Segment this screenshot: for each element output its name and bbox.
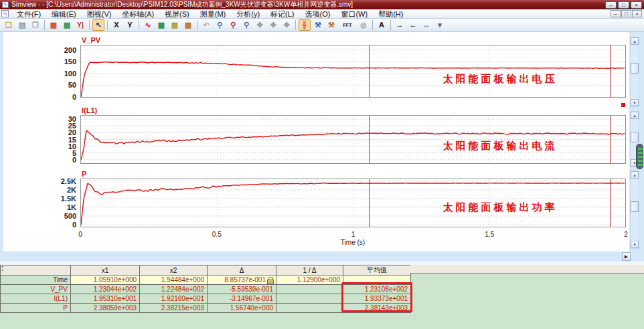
row-label[interactable]: Time [1,276,71,285]
menu-item-8[interactable]: 选项(O) [300,9,336,18]
table-row-vpv[interactable]: V_PV 1.23044e+002 1.22484e+002 -5.59539e… [1,285,411,294]
merge-screen-icon[interactable]: ▦ [182,19,194,31]
zoom-in-icon[interactable]: ⚲ [227,19,239,31]
header-x2[interactable]: x2 [140,265,208,276]
header-inverse-delta[interactable]: 1 / Δ [276,265,343,276]
row-label[interactable]: P [1,304,71,313]
menu-item-0[interactable]: 文件(F) [11,9,46,18]
row-label[interactable]: I(L1) [1,294,71,304]
p-x1[interactable]: 2.38059e+003 [71,304,140,313]
menu-item-6[interactable]: 分析(y) [231,9,265,18]
table-row-il1[interactable]: I(L1) 1.95310e+001 1.92160e+001 -3.14967… [1,294,411,304]
vpv-average[interactable]: 1.23108e+002 [343,285,411,294]
y-tick-label: 200 [39,46,76,54]
scroll-thumb[interactable] [631,63,639,74]
cursor-marker-icon[interactable]: ╫ [299,19,311,31]
pan-y-icon[interactable]: ✥ [280,19,293,31]
legend-vpv[interactable]: V_PV [82,36,100,44]
screen-image-icon[interactable]: ▩ [61,19,73,31]
range-marker-icon[interactable]: ↔ [420,19,432,31]
pan-icon[interactable]: ✥ [254,19,266,31]
il1-x2[interactable]: 1.92160e+001 [140,294,208,304]
child-close-button[interactable]: × [632,10,642,17]
vpv-inverse-delta[interactable] [276,285,343,294]
row-label[interactable]: V_PV [1,285,71,294]
child-minimize-button[interactable]: – [611,10,621,17]
time-x2[interactable]: 1.94484e+000 [140,276,208,285]
time-delta[interactable]: 8.85737e-001 [208,276,276,285]
il1-average[interactable]: 1.93373e+001 [343,294,411,304]
menu-item-3[interactable]: 坐标轴(A) [116,9,159,18]
open-file-icon[interactable]: ❏ [3,19,15,31]
smith-chart-icon[interactable]: ◍ [357,19,370,31]
maximize-button[interactable]: □ [618,1,629,9]
menu-item-1[interactable]: 编辑(E) [46,9,82,18]
horizontal-scrollbar[interactable]: ▶ [0,251,644,261]
next-marker-icon[interactable]: → [394,19,406,31]
close-button[interactable]: × [631,1,642,9]
p-x2[interactable]: 2.38215e+003 [140,304,208,313]
legend-p[interactable]: P [82,170,86,178]
header-delta[interactable]: Δ [208,265,276,276]
stamp-icon[interactable]: ▦ [48,19,60,31]
minimize-button[interactable]: – [605,1,617,9]
copy-page-icon[interactable]: ❐ [29,19,42,31]
p-inverse-delta[interactable] [276,304,343,313]
split-screen-icon[interactable]: ▦ [169,19,181,31]
plot3-vscrollbar[interactable]: ▲ ▼ [630,171,639,249]
p-average[interactable]: 2.38143e+003 [343,304,411,313]
il1-delta[interactable]: -3.14967e-001 [208,294,276,304]
header-average[interactable]: 平均值 [343,265,411,276]
menu-item-4[interactable]: 视屏(S) [159,9,195,18]
prev-marker-icon[interactable]: ← [407,19,419,31]
plot-vpv[interactable] [80,45,626,98]
vpv-x1[interactable]: 1.23044e+002 [71,285,140,294]
legend-il1[interactable]: I(L1) [82,106,97,114]
scroll-right-icon[interactable]: ▶ [622,252,631,261]
time-x1[interactable]: 1.05910e+000 [71,276,140,285]
vpv-x2[interactable]: 1.22484e+002 [140,285,208,294]
toolbar-overflow-icon[interactable]: ▾ [434,19,446,31]
y-axis-icon[interactable]: Y [124,19,136,31]
time-inverse-delta[interactable]: 1.12900e+000 [276,276,343,285]
print-icon[interactable]: ▤ [16,19,28,31]
zoom-icon[interactable]: ⚲ [214,19,226,31]
undo-icon[interactable]: ↶ [200,19,212,31]
scroll-up-icon[interactable]: ▲ [631,112,639,119]
p-delta[interactable]: 1.56740e+000 [208,304,276,313]
zoom-out-icon[interactable]: ⚲ [240,19,252,31]
scroll-down-icon[interactable]: ▼ [631,241,639,248]
menu-item-9[interactable]: 窗口(W) [335,9,373,18]
measure-icon[interactable]: ⚒ [312,19,324,31]
scroll-thumb[interactable] [631,201,639,212]
vpv-delta[interactable]: -5.59539e-001 [208,285,276,294]
x-axis-icon[interactable]: X [110,19,123,31]
scroll-up-icon[interactable]: ▲ [631,37,639,45]
scroll-thumb[interactable] [631,132,639,142]
plot1-vscrollbar[interactable]: ▲ ▼ [630,37,639,107]
add-waveform-icon[interactable]: ∿ [142,19,154,31]
scroll-up-icon[interactable]: ▲ [631,171,639,179]
menu-item-5[interactable]: 测量(M) [195,9,232,18]
pointer-select-icon[interactable]: ↖ [92,19,104,31]
menu-item-7[interactable]: 标记(L) [265,9,299,18]
pane-splitter-handle[interactable] [636,144,643,169]
add-screen-icon[interactable]: ▦ [155,19,167,31]
lock-icon[interactable] [267,277,273,283]
il1-inverse-delta[interactable] [276,294,343,304]
menu-item-10[interactable]: 帮助(H) [373,9,408,18]
table-row-time[interactable]: Time 1.05910e+000 1.94484e+000 8.85737e-… [1,276,411,285]
fft-icon[interactable]: FFT [339,19,356,31]
il1-x1[interactable]: 1.95310e+001 [71,294,140,304]
pan-x-icon[interactable]: ✥ [267,19,279,31]
scroll-down-icon[interactable]: ▼ [631,99,639,106]
child-restore-button[interactable]: □ [621,10,631,17]
table-row-p[interactable]: P 2.38059e+003 2.38215e+003 1.56740e+000… [1,304,411,313]
time-average[interactable] [343,276,411,285]
text-label-icon[interactable]: A [376,19,388,31]
table-grip-icon[interactable]: ⁞⁞ [1,265,2,272]
axis-label-icon[interactable]: Y| [74,19,86,31]
measure-label-icon[interactable]: ⚒ [325,19,337,31]
header-x1[interactable]: x1 [71,265,140,276]
menu-item-2[interactable]: 图视(V) [82,9,117,18]
